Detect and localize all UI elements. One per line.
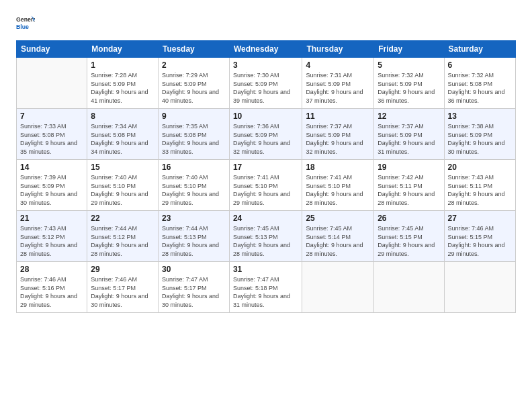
day-info: Sunrise: 7:32 AMSunset: 5:09 PMDaylight:… (378, 71, 440, 105)
calendar-table: SundayMondayTuesdayWednesdayThursdayFrid… (16, 40, 516, 313)
calendar-cell: 29Sunrise: 7:46 AMSunset: 5:17 PMDayligh… (87, 262, 159, 313)
calendar-cell (374, 262, 444, 313)
day-info: Sunrise: 7:30 AMSunset: 5:09 PMDaylight:… (233, 71, 298, 105)
day-number: 26 (378, 214, 440, 223)
day-info: Sunrise: 7:40 AMSunset: 5:10 PMDaylight:… (91, 173, 154, 207)
calendar-cell: 1Sunrise: 7:28 AMSunset: 5:09 PMDaylight… (87, 58, 159, 109)
day-number: 27 (448, 214, 512, 223)
day-number: 9 (162, 111, 226, 121)
calendar-cell: 21Sunrise: 7:43 AMSunset: 5:12 PMDayligh… (17, 211, 87, 262)
calendar-cell: 17Sunrise: 7:41 AMSunset: 5:10 PMDayligh… (229, 160, 302, 211)
day-number: 24 (233, 214, 298, 223)
day-number: 16 (162, 163, 226, 172)
day-info: Sunrise: 7:38 AMSunset: 5:09 PMDaylight:… (448, 122, 512, 156)
calendar-cell: 14Sunrise: 7:39 AMSunset: 5:09 PMDayligh… (17, 160, 87, 211)
calendar-cell: 13Sunrise: 7:38 AMSunset: 5:09 PMDayligh… (444, 109, 515, 160)
day-number: 17 (233, 163, 298, 172)
day-info: Sunrise: 7:32 AMSunset: 5:08 PMDaylight:… (448, 71, 512, 105)
calendar-cell: 23Sunrise: 7:44 AMSunset: 5:13 PMDayligh… (158, 211, 229, 262)
calendar-cell: 22Sunrise: 7:44 AMSunset: 5:12 PMDayligh… (87, 211, 159, 262)
weekday-header: Thursday (302, 41, 374, 58)
day-info: Sunrise: 7:28 AMSunset: 5:09 PMDaylight:… (91, 71, 154, 105)
calendar-cell: 31Sunrise: 7:47 AMSunset: 5:18 PMDayligh… (229, 262, 302, 313)
day-number: 29 (91, 265, 154, 274)
day-number: 31 (233, 265, 298, 274)
logo-icon: General Blue (16, 13, 35, 32)
day-info: Sunrise: 7:47 AMSunset: 5:17 PMDaylight:… (162, 275, 226, 309)
day-info: Sunrise: 7:46 AMSunset: 5:15 PMDaylight:… (448, 224, 512, 258)
day-info: Sunrise: 7:31 AMSunset: 5:09 PMDaylight:… (306, 71, 370, 105)
calendar-cell (302, 262, 374, 313)
day-info: Sunrise: 7:41 AMSunset: 5:10 PMDaylight:… (233, 173, 298, 207)
day-number: 12 (378, 111, 440, 121)
weekday-header: Monday (87, 41, 159, 58)
calendar-cell: 18Sunrise: 7:41 AMSunset: 5:10 PMDayligh… (302, 160, 374, 211)
calendar-cell: 20Sunrise: 7:43 AMSunset: 5:11 PMDayligh… (444, 160, 515, 211)
day-info: Sunrise: 7:45 AMSunset: 5:13 PMDaylight:… (233, 224, 298, 258)
calendar-cell: 7Sunrise: 7:33 AMSunset: 5:08 PMDaylight… (17, 109, 87, 160)
calendar-cell: 2Sunrise: 7:29 AMSunset: 5:09 PMDaylight… (158, 58, 229, 109)
day-number: 11 (306, 111, 370, 121)
day-number: 21 (20, 214, 83, 223)
calendar-cell: 16Sunrise: 7:40 AMSunset: 5:10 PMDayligh… (158, 160, 229, 211)
day-info: Sunrise: 7:46 AMSunset: 5:16 PMDaylight:… (20, 275, 83, 309)
day-number: 5 (378, 60, 440, 70)
calendar-cell: 5Sunrise: 7:32 AMSunset: 5:09 PMDaylight… (374, 58, 444, 109)
day-info: Sunrise: 7:34 AMSunset: 5:08 PMDaylight:… (91, 122, 154, 156)
day-number: 4 (306, 60, 370, 70)
day-number: 18 (306, 163, 370, 172)
day-number: 19 (378, 163, 440, 172)
weekday-header: Sunday (17, 41, 87, 58)
day-info: Sunrise: 7:44 AMSunset: 5:13 PMDaylight:… (162, 224, 226, 258)
svg-text:General: General (16, 16, 35, 23)
day-number: 6 (448, 60, 512, 70)
logo: General Blue (16, 13, 38, 32)
day-info: Sunrise: 7:29 AMSunset: 5:09 PMDaylight:… (162, 71, 226, 105)
calendar-cell: 8Sunrise: 7:34 AMSunset: 5:08 PMDaylight… (87, 109, 159, 160)
calendar-cell: 24Sunrise: 7:45 AMSunset: 5:13 PMDayligh… (229, 211, 302, 262)
day-number: 20 (448, 163, 512, 172)
calendar-cell: 3Sunrise: 7:30 AMSunset: 5:09 PMDaylight… (229, 58, 302, 109)
calendar-cell (444, 262, 515, 313)
calendar-cell: 28Sunrise: 7:46 AMSunset: 5:16 PMDayligh… (17, 262, 87, 313)
day-info: Sunrise: 7:45 AMSunset: 5:15 PMDaylight:… (378, 224, 440, 258)
day-number: 22 (91, 214, 154, 223)
calendar-cell: 19Sunrise: 7:42 AMSunset: 5:11 PMDayligh… (374, 160, 444, 211)
day-info: Sunrise: 7:41 AMSunset: 5:10 PMDaylight:… (306, 173, 370, 207)
calendar-cell: 26Sunrise: 7:45 AMSunset: 5:15 PMDayligh… (374, 211, 444, 262)
day-number: 13 (448, 111, 512, 121)
day-number: 14 (20, 163, 83, 172)
day-info: Sunrise: 7:36 AMSunset: 5:09 PMDaylight:… (233, 122, 298, 156)
day-number: 3 (233, 60, 298, 70)
day-info: Sunrise: 7:43 AMSunset: 5:12 PMDaylight:… (20, 224, 83, 258)
day-number: 30 (162, 265, 226, 274)
calendar-cell: 25Sunrise: 7:45 AMSunset: 5:14 PMDayligh… (302, 211, 374, 262)
day-info: Sunrise: 7:47 AMSunset: 5:18 PMDaylight:… (233, 275, 298, 309)
calendar-cell: 4Sunrise: 7:31 AMSunset: 5:09 PMDaylight… (302, 58, 374, 109)
day-number: 15 (91, 163, 154, 172)
day-info: Sunrise: 7:37 AMSunset: 5:09 PMDaylight:… (378, 122, 440, 156)
day-number: 7 (20, 111, 83, 121)
header: General Blue (16, 13, 516, 32)
calendar-cell: 27Sunrise: 7:46 AMSunset: 5:15 PMDayligh… (444, 211, 515, 262)
day-number: 2 (162, 60, 226, 70)
calendar-cell: 6Sunrise: 7:32 AMSunset: 5:08 PMDaylight… (444, 58, 515, 109)
day-number: 10 (233, 111, 298, 121)
weekday-header: Wednesday (229, 41, 302, 58)
calendar-cell: 12Sunrise: 7:37 AMSunset: 5:09 PMDayligh… (374, 109, 444, 160)
calendar-page: General Blue SundayMondayTuesdayWednesda… (0, 0, 532, 411)
day-number: 28 (20, 265, 83, 274)
calendar-cell: 11Sunrise: 7:37 AMSunset: 5:09 PMDayligh… (302, 109, 374, 160)
day-info: Sunrise: 7:40 AMSunset: 5:10 PMDaylight:… (162, 173, 226, 207)
day-info: Sunrise: 7:33 AMSunset: 5:08 PMDaylight:… (20, 122, 83, 156)
day-info: Sunrise: 7:45 AMSunset: 5:14 PMDaylight:… (306, 224, 370, 258)
day-number: 1 (91, 60, 154, 70)
day-info: Sunrise: 7:35 AMSunset: 5:08 PMDaylight:… (162, 122, 226, 156)
calendar-cell (17, 58, 87, 109)
day-number: 25 (306, 214, 370, 223)
day-info: Sunrise: 7:43 AMSunset: 5:11 PMDaylight:… (448, 173, 512, 207)
weekday-header: Tuesday (158, 41, 229, 58)
svg-text:Blue: Blue (16, 24, 29, 30)
day-info: Sunrise: 7:44 AMSunset: 5:12 PMDaylight:… (91, 224, 154, 258)
day-info: Sunrise: 7:39 AMSunset: 5:09 PMDaylight:… (20, 173, 83, 207)
